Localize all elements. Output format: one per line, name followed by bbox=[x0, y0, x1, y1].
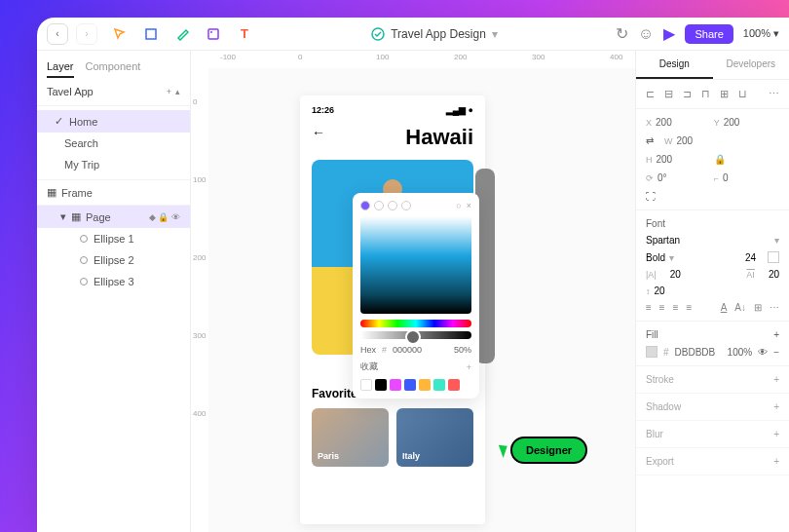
alpha-slider[interactable] bbox=[360, 331, 471, 339]
align-row[interactable]: ⊏⊟⊐ ⊓⊞⊔ ⋯ bbox=[636, 80, 789, 109]
font-weight[interactable]: Bold bbox=[646, 252, 665, 263]
tab-layer[interactable]: Layer bbox=[47, 57, 74, 78]
position-props: X200 Y200 ⇄ W200 H200 🔒 ⟳0° ⌐0 ⛶ bbox=[636, 109, 789, 210]
right-tools: ↻ ☺ ▶ Share 100% ▾ bbox=[616, 24, 779, 44]
align-top-icon: ⊓ bbox=[701, 88, 710, 100]
checkbox[interactable] bbox=[768, 251, 779, 263]
x-field[interactable]: X200 bbox=[646, 117, 706, 128]
play-icon[interactable]: ▶ bbox=[663, 24, 675, 43]
flip-icon[interactable]: ⇄ bbox=[646, 135, 654, 146]
align-left-icon: ⊏ bbox=[646, 88, 655, 100]
stroke-section[interactable]: Stroke+ bbox=[636, 366, 789, 394]
left-panel: Layer Component Tavel App +▴ ✓Home Searc… bbox=[37, 51, 191, 532]
font-size[interactable]: 24 bbox=[745, 252, 756, 263]
v-ruler: 0 100 200 300 400 bbox=[191, 68, 208, 532]
remove-icon[interactable]: − bbox=[773, 347, 779, 358]
swatches[interactable] bbox=[360, 379, 471, 391]
fill-row[interactable]: #DBDBDB 100% 👁 − bbox=[646, 346, 779, 358]
right-tabs: Design Developers bbox=[636, 51, 789, 80]
tree-search[interactable]: Search bbox=[37, 133, 190, 154]
app-window: ‹ › T Travel App Design ▾ ↻ ☺ ▶ Share 10… bbox=[37, 18, 789, 532]
pen-tool[interactable] bbox=[173, 25, 191, 43]
layer-ellipse1[interactable]: Ellipse 1 bbox=[37, 228, 190, 249]
left-tabs: Layer Component bbox=[37, 51, 190, 78]
align-right-icon: ⊐ bbox=[683, 88, 692, 100]
blur-section[interactable]: Blur+ bbox=[636, 421, 789, 448]
rect-tool[interactable] bbox=[142, 25, 160, 43]
back-button[interactable]: ‹ bbox=[47, 23, 68, 45]
corner-field[interactable]: ⌐0 bbox=[714, 172, 774, 183]
rotation-field[interactable]: ⟳0° bbox=[646, 172, 706, 183]
export-section[interactable]: Export+ bbox=[636, 448, 789, 475]
text-tool[interactable]: T bbox=[236, 25, 253, 43]
h-field[interactable]: H200 bbox=[646, 154, 706, 165]
history-icon[interactable]: ↻ bbox=[616, 24, 628, 43]
designer-label: Designer bbox=[510, 437, 587, 464]
tools: T bbox=[111, 25, 253, 43]
share-button[interactable]: Share bbox=[685, 24, 733, 44]
color-picker[interactable]: ○ × Hex # 000000 50% 收藏 bbox=[353, 193, 479, 399]
font-family[interactable]: Spartan▾ bbox=[646, 235, 779, 246]
layer-ellipse3[interactable]: Ellipse 3 bbox=[37, 271, 190, 292]
frame-header[interactable]: ▦Frame bbox=[37, 179, 190, 206]
body: Layer Component Tavel App +▴ ✓Home Searc… bbox=[37, 51, 789, 532]
text-align-row[interactable]: ≡≡≡≡ AA↓⊞⋯ bbox=[646, 302, 779, 313]
hue-slider[interactable] bbox=[360, 320, 471, 327]
color-gradient[interactable] bbox=[360, 216, 471, 314]
tab-design[interactable]: Design bbox=[636, 51, 713, 79]
user-icon[interactable]: ☺ bbox=[638, 25, 654, 43]
font-section: Font Spartan▾ Bold▾ 24 |A|20 AI20 ↕20 ≡≡… bbox=[636, 210, 789, 322]
fill-section: Fill+ #DBDBDB 100% 👁 − bbox=[636, 322, 789, 366]
lock-icon[interactable]: 🔒 bbox=[714, 154, 726, 165]
cursor-tool[interactable] bbox=[111, 25, 129, 43]
doc-title[interactable]: Travel App Design ▾ bbox=[261, 27, 608, 41]
align-vcenter-icon: ⊞ bbox=[720, 88, 729, 100]
y-field[interactable]: Y200 bbox=[714, 117, 774, 128]
tree-mytrip[interactable]: My Trip bbox=[37, 154, 190, 175]
add-fill-icon[interactable]: + bbox=[773, 329, 779, 340]
canvas-col: -100 0 100 200 300 400 0 100 200 300 400 bbox=[191, 51, 635, 532]
layer-page[interactable]: ▾▦Page ◆ 🔒 👁 bbox=[37, 206, 190, 228]
align-hcenter-icon: ⊟ bbox=[664, 88, 673, 100]
topbar: ‹ › T Travel App Design ▾ ↻ ☺ ▶ Share 10… bbox=[37, 18, 789, 51]
fav-row: Paris Italy bbox=[312, 408, 473, 467]
expand-icon[interactable]: ⛶ bbox=[646, 191, 656, 202]
card-italy[interactable]: Italy bbox=[396, 408, 473, 467]
add-icon[interactable]: + bbox=[167, 87, 171, 96]
cursor-icon bbox=[499, 442, 510, 458]
w-field[interactable]: W200 bbox=[664, 135, 725, 146]
canvas-wrap: 0 100 200 300 400 12:26 ▂▄▆ ● ← Hawaii bbox=[191, 68, 635, 532]
card-paris[interactable]: Paris bbox=[312, 408, 389, 467]
svg-rect-0 bbox=[146, 29, 156, 39]
eye-icon[interactable]: 👁 bbox=[758, 347, 768, 358]
more-icon: ⋯ bbox=[769, 88, 779, 100]
svg-rect-1 bbox=[208, 29, 218, 39]
up-icon[interactable]: ▴ bbox=[175, 87, 180, 96]
check-icon bbox=[371, 27, 385, 41]
zoom[interactable]: 100% ▾ bbox=[743, 27, 779, 40]
canvas[interactable]: 12:26 ▂▄▆ ● ← Hawaii bbox=[208, 68, 635, 532]
h-ruler: -100 0 100 200 300 400 bbox=[191, 51, 635, 68]
status-icons: ▂▄▆ ● bbox=[446, 105, 473, 115]
image-tool[interactable] bbox=[205, 25, 222, 43]
collaborator-cursor: Designer bbox=[501, 437, 587, 464]
phone-title: Hawaii bbox=[312, 125, 473, 150]
status-bar: 12:26 ▂▄▆ ● bbox=[312, 105, 473, 115]
tab-developers[interactable]: Developers bbox=[713, 51, 790, 79]
page-tree: ✓Home Search My Trip bbox=[37, 106, 190, 179]
fwd-button[interactable]: › bbox=[76, 23, 97, 45]
project-header[interactable]: Tavel App +▴ bbox=[37, 78, 190, 106]
shadow-section[interactable]: Shadow+ bbox=[636, 394, 789, 421]
tree-home[interactable]: ✓Home bbox=[37, 110, 190, 133]
layer-ellipse2[interactable]: Ellipse 2 bbox=[37, 249, 190, 271]
align-bottom-icon: ⊔ bbox=[738, 88, 747, 100]
svg-point-2 bbox=[210, 31, 212, 33]
tab-component[interactable]: Component bbox=[86, 57, 141, 78]
right-panel: Design Developers ⊏⊟⊐ ⊓⊞⊔ ⋯ X200 Y200 ⇄ … bbox=[635, 51, 789, 532]
